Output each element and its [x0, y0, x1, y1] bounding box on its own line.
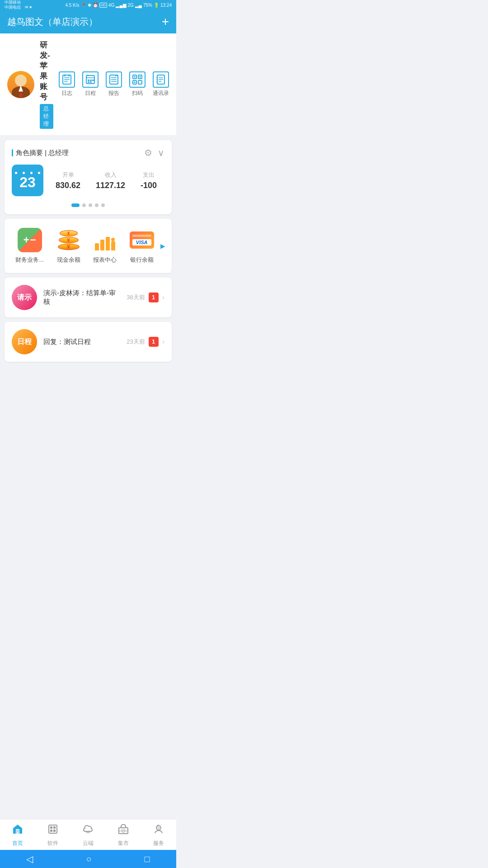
signal-2g-icon: 2G [128, 3, 134, 8]
action-contacts[interactable]: 通讯录 [153, 71, 169, 97]
card-header-actions: ⚙ ∨ [144, 147, 164, 158]
header: 越鸟图文（单店演示） + [0, 10, 176, 33]
card-title: 角色摘要 | 总经理 [12, 149, 69, 157]
request-circle: 请示 [12, 285, 37, 310]
app-title: 越鸟图文（单店演示） [7, 16, 98, 28]
stat-value-1: 1127.12 [96, 181, 125, 190]
schedule-chevron-icon: › [162, 338, 164, 346]
svg-rect-4 [64, 75, 66, 76]
request-content: 演示-皮林涛：结算单-审核 [43, 289, 120, 306]
feature-bank[interactable]: VISA 银行余额 [130, 228, 154, 264]
cal-dot-2 [23, 172, 25, 174]
request-circle-label: 请示 [17, 293, 32, 302]
action-schedule-label: 日程 [85, 90, 96, 97]
dashboard-title: 角色摘要 | 总经理 [16, 149, 69, 157]
clock: 13:24 [160, 3, 172, 8]
location-icon: 📍 [81, 3, 86, 8]
action-scan[interactable]: 扫码 [129, 71, 145, 97]
action-contacts-label: 通讯录 [153, 90, 169, 97]
action-scan-label: 扫码 [132, 90, 143, 97]
request-time: 38天前 [127, 293, 145, 302]
battery-icon: 🔋 [154, 3, 159, 8]
svg-rect-12 [88, 81, 89, 83]
speed-indicator: 4.5 K/s [65, 3, 79, 8]
stats-items: 开单 830.62 收入 1127.12 支出 -100 [48, 171, 164, 190]
svg-rect-5 [68, 75, 70, 76]
cal-dot-3 [30, 172, 33, 174]
feature-reports[interactable]: 报表中心 [93, 228, 117, 264]
notification-request[interactable]: 请示 演示-皮林涛：结算单-审核 38天前 1 › [5, 278, 172, 317]
profile-info: 研发-苹果账号 总经理 [40, 40, 53, 129]
calendar-top-dots [15, 172, 40, 174]
svg-rect-11 [92, 80, 94, 81]
title-bar-decoration [12, 149, 13, 156]
hd-icon: HD [99, 3, 108, 8]
stat-kaibing: 开单 830.62 [56, 171, 80, 190]
feature-reports-label: 报表中心 [93, 256, 117, 264]
dot-2 [82, 203, 86, 207]
stat-shouru: 收入 1127.12 [96, 171, 125, 190]
contacts-icon [153, 71, 169, 88]
feature-bank-label: 银行余额 [130, 256, 154, 264]
svg-rect-21 [138, 80, 142, 84]
request-title: 演示-皮林涛：结算单-审核 [43, 289, 120, 306]
status-bar: 中国移动 中国电信 ✉ ♥ 4.5 K/s 📍 ✱ ⏰ HD 4G ▂▄▆ 2G… [0, 0, 176, 10]
card-header: 角色摘要 | 总经理 ⚙ ∨ [12, 147, 164, 158]
feature-cash-label: 现金余额 [57, 256, 80, 264]
svg-rect-10 [90, 80, 92, 81]
signal-4g-icon: 4G [108, 3, 114, 8]
schedule-icon [82, 71, 99, 88]
settings-icon[interactable]: ⚙ [144, 147, 152, 158]
collapse-icon[interactable]: ∨ [158, 147, 164, 158]
cal-dot-1 [15, 172, 17, 174]
schedule-badge: 1 [149, 337, 159, 347]
reports-icon [95, 228, 115, 252]
schedule-content: 回复：测试日程 [43, 338, 120, 346]
schedule-circle: 日程 [12, 329, 37, 354]
profile-name: 研发-苹果账号 [40, 40, 53, 102]
alarm-icon: ⏰ [93, 3, 98, 8]
schedule-right: 23天前 1 › [127, 337, 164, 347]
schedule-circle-label: 日程 [17, 337, 32, 347]
scan-icon [129, 71, 145, 88]
schedule-title: 回复：测试日程 [43, 338, 120, 346]
stat-label-0: 开单 [62, 171, 74, 179]
feature-cash[interactable]: ¥ ¥ ¥ 现金余额 [57, 228, 80, 264]
action-report-label: 报告 [108, 90, 119, 97]
battery-percent: 75% [143, 3, 152, 8]
status-right: 4.5 K/s 📍 ✱ ⏰ HD 4G ▂▄▆ 2G ▂▄ 75% 🔋 13:2… [65, 3, 172, 8]
action-journal[interactable]: 日志 [59, 71, 75, 97]
calendar-box: 23 [12, 165, 43, 196]
feature-finance[interactable]: +− 财务业务... [15, 228, 44, 264]
features-next-arrow[interactable]: ▶ [160, 242, 167, 250]
signal2-icon: ▂▄ [135, 3, 142, 8]
avatar[interactable] [7, 71, 34, 98]
bluetooth-icon: ✱ [88, 3, 91, 8]
pagination-dots [12, 203, 164, 207]
notification-schedule[interactable]: 日程 回复：测试日程 23天前 1 › [5, 322, 172, 362]
dot-4 [95, 203, 99, 207]
action-journal-label: 日志 [61, 90, 72, 97]
main-content: 角色摘要 | 总经理 ⚙ ∨ 23 开单 830.62 [0, 140, 176, 420]
action-report[interactable]: 报告 [106, 71, 122, 97]
role-badge: 总经理 [40, 104, 53, 129]
dot-5 [101, 203, 105, 207]
quick-actions: 日志 日程 [59, 71, 169, 97]
signal-strength-icon: ▂▄▆ [116, 3, 126, 8]
dot-3 [89, 203, 92, 207]
dashboard-card: 角色摘要 | 总经理 ⚙ ∨ 23 开单 830.62 [5, 140, 172, 214]
calendar-date: 23 [19, 175, 36, 189]
svg-rect-23 [140, 76, 141, 78]
finance-icon: +− [18, 228, 42, 252]
svg-rect-22 [134, 76, 136, 78]
dot-1 [71, 203, 80, 207]
stat-label-2: 支出 [143, 171, 155, 179]
svg-rect-9 [88, 80, 89, 81]
feature-finance-label: 财务业务... [15, 256, 44, 264]
action-schedule[interactable]: 日程 [82, 71, 99, 97]
stats-row: 23 开单 830.62 收入 1127.12 支出 -100 [12, 165, 164, 196]
request-chevron-icon: › [162, 293, 164, 302]
add-button[interactable]: + [162, 14, 169, 29]
features-card: +− 财务业务... ¥ ¥ ¥ 现金余额 [5, 219, 172, 273]
stat-value-0: 830.62 [56, 181, 80, 190]
